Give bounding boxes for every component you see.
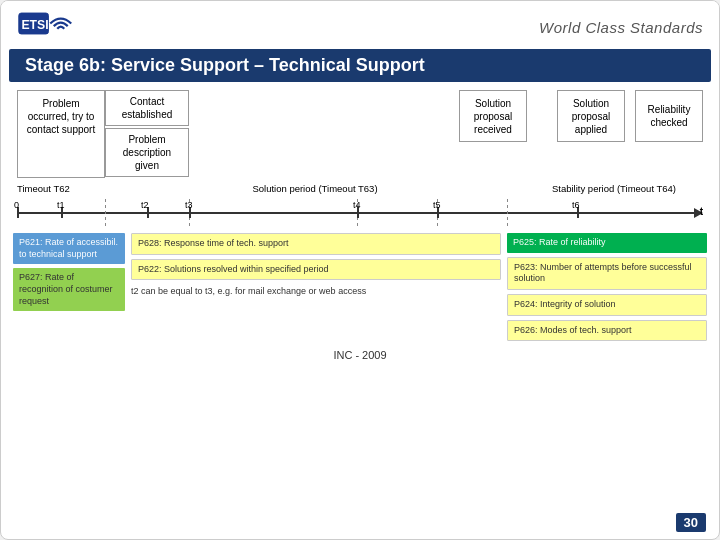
reliability-box: Reliability checked xyxy=(635,90,703,142)
svg-text:ETSI: ETSI xyxy=(21,18,48,32)
p622-box: P622: Solutions resolved within specifie… xyxy=(131,259,501,281)
p623-label: P623: Number of attempts before successf… xyxy=(514,262,692,284)
content-area: Problem occurred, try to contact support… xyxy=(1,82,719,539)
timeline-line xyxy=(17,212,695,214)
tick-label-t1: t1 xyxy=(57,200,65,210)
tick-label-t6: t6 xyxy=(572,200,580,210)
solution-applied-label: Solution proposal applied xyxy=(564,97,618,136)
p621-label: P621: Rate of accessibil. to technical s… xyxy=(19,237,118,259)
p626-label: P626: Modes of tech. support xyxy=(514,325,632,335)
problem-box: Problem occurred, try to contact support xyxy=(17,90,105,178)
tick-label-t3: t3 xyxy=(185,200,193,210)
tick-label-t4: t4 xyxy=(353,200,361,210)
p621-box: P621: Rate of accessibil. to technical s… xyxy=(13,233,125,264)
solution-applied-box: Solution proposal applied xyxy=(557,90,625,142)
dashed-v1 xyxy=(105,199,106,227)
p627-label: P627: Rate of recognition of costumer re… xyxy=(19,272,113,305)
footer-row: INC - 2009 xyxy=(13,349,707,361)
header: ETSI World Class Standards xyxy=(1,1,719,49)
p626-box: P626: Modes of tech. support xyxy=(507,320,707,342)
solution-received-label: Solution proposal received xyxy=(466,97,520,136)
p623-box: P623: Number of attempts before successf… xyxy=(507,257,707,290)
prob-desc-box: Problem description given xyxy=(105,128,189,177)
timeline-section: 0 t1 t2 t3 t4 t5 t6 t xyxy=(17,199,703,227)
etsi-logo: ETSI xyxy=(17,9,87,45)
conference-label: INC - 2009 xyxy=(333,349,386,361)
solution-received-box: Solution proposal received xyxy=(459,90,527,142)
tick-label-t5: t5 xyxy=(433,200,441,210)
timeout-label: Timeout T62 xyxy=(17,183,105,194)
problem-label: Problem occurred, try to contact support xyxy=(24,97,98,136)
page-number: 30 xyxy=(676,513,706,532)
world-class-label: World Class Standards xyxy=(539,19,703,36)
tick-label-t2: t2 xyxy=(141,200,149,210)
kpi-col-2: P628: Response time of tech. support P62… xyxy=(131,233,501,341)
contact-box: Contact established xyxy=(105,90,189,126)
reliability-label: Reliability checked xyxy=(642,103,696,129)
tick-label-t: t xyxy=(700,206,703,217)
note-text: t2 can be equal to t3, e.g. for mail exc… xyxy=(131,286,501,296)
p628-label: P628: Response time of tech. support xyxy=(138,238,289,248)
slide: ETSI World Class Standards Stage 6b: Ser… xyxy=(0,0,720,540)
solution-period-label: Solution period (Timeout T63) xyxy=(105,183,525,194)
contact-label: Contact established xyxy=(112,95,182,121)
contact-col: Contact established Problem description … xyxy=(105,90,189,177)
period-labels-row: Timeout T62 Solution period (Timeout T63… xyxy=(13,182,707,195)
p624-label: P624: Integrity of solution xyxy=(514,299,616,309)
dashed-v5 xyxy=(507,199,508,227)
p625-label: P625: Rate of reliability xyxy=(513,237,606,247)
p628-box: P628: Response time of tech. support xyxy=(131,233,501,255)
p625-box: P625: Rate of reliability xyxy=(507,233,707,253)
stability-period-label: Stability period (Timeout T64) xyxy=(525,183,703,194)
p624-box: P624: Integrity of solution xyxy=(507,294,707,316)
p627-box: P627: Rate of recognition of costumer re… xyxy=(13,268,125,311)
kpi-col-1: P621: Rate of accessibil. to technical s… xyxy=(13,233,125,341)
p622-label: P622: Solutions resolved within specifie… xyxy=(138,264,329,274)
prob-desc-label: Problem description given xyxy=(112,133,182,172)
page-title: Stage 6b: Service Support – Technical Su… xyxy=(9,49,711,82)
kpi-col-3: P625: Rate of reliability P623: Number o… xyxy=(507,233,707,341)
kpi-section: P621: Rate of accessibil. to technical s… xyxy=(13,233,707,341)
tick-label-0: 0 xyxy=(14,200,19,210)
